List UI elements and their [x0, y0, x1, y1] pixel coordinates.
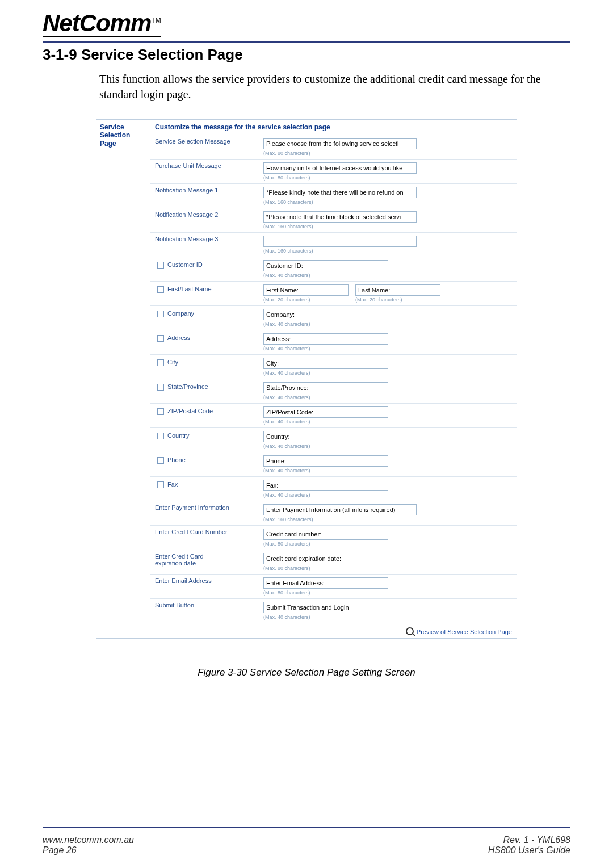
hint-email: (Max. 80 characters) — [263, 590, 512, 596]
label-notification-1: Notification Message 1 — [150, 184, 259, 208]
checkbox-zip[interactable] — [157, 408, 164, 415]
input-notification-1[interactable] — [263, 187, 417, 198]
input-fax[interactable] — [263, 480, 388, 491]
input-customer-id[interactable] — [263, 260, 388, 271]
section-title: 3-1-9 Service Selection Page — [43, 46, 570, 64]
hint-fax: (Max. 40 characters) — [263, 492, 512, 498]
input-notification-3[interactable] — [263, 236, 417, 247]
input-cc-number[interactable] — [263, 529, 388, 540]
row-notification-3: Notification Message 3 (Max. 160 charact… — [150, 233, 517, 257]
input-first-name[interactable] — [263, 284, 349, 296]
label-email: Enter Email Address — [150, 575, 259, 599]
label-customer-id: Customer ID — [167, 261, 203, 268]
input-enter-payment-info[interactable] — [263, 504, 417, 515]
input-state[interactable] — [263, 382, 388, 393]
label-city: City — [167, 359, 178, 366]
label-cc-exp-l1: Enter Credit Card — [155, 553, 204, 560]
page-footer: www.netcomm.com.au Page 26 Rev. 1 - YML6… — [43, 835, 570, 856]
trademark: TM — [151, 16, 161, 24]
input-purchase-unit-message[interactable] — [263, 162, 417, 174]
hint-state: (Max. 40 characters) — [263, 395, 512, 400]
row-city: City (Max. 40 characters) — [150, 355, 517, 379]
hint-zip: (Max. 40 characters) — [263, 419, 512, 425]
hint-phone: (Max. 40 characters) — [263, 468, 512, 473]
row-customer-id: Customer ID (Max. 40 characters) — [150, 257, 517, 282]
checkbox-company[interactable] — [157, 311, 164, 317]
footer-url: www.netcomm.com.au — [43, 835, 134, 845]
row-service-selection-message: Service Selection Message (Max. 80 chara… — [150, 135, 517, 160]
checkbox-customer-id[interactable] — [157, 262, 164, 269]
hint-company: (Max. 40 characters) — [263, 321, 512, 327]
panel-left-title-l1: Service — [100, 123, 124, 131]
hint-submit-button: (Max. 40 characters) — [263, 614, 512, 620]
hint-last-name: (Max. 20 characters) — [355, 297, 440, 303]
panel-left-title: Service Selection Page — [100, 123, 146, 148]
hint-purchase-unit-message: (Max. 80 characters) — [263, 175, 512, 181]
settings-table: Service Selection Message (Max. 80 chara… — [150, 135, 517, 638]
hint-notification-2: (Max. 160 characters) — [263, 224, 512, 229]
brand-logo: NetCommTM — [43, 11, 161, 37]
hint-service-selection-message: (Max. 80 characters) — [263, 150, 512, 156]
row-cc-number: Enter Credit Card Number (Max. 80 charac… — [150, 526, 517, 550]
intro-paragraph: This function allows the service provide… — [99, 72, 570, 102]
footer-guide: HS800 User's Guide — [488, 845, 570, 856]
input-email[interactable] — [263, 577, 388, 589]
hint-cc-exp: (Max. 80 characters) — [263, 565, 512, 571]
panel-header: Customize the message for the service se… — [150, 120, 517, 135]
checkbox-country[interactable] — [157, 433, 164, 439]
panel-left-column: Service Selection Page — [96, 120, 150, 638]
label-fax: Fax — [167, 481, 178, 488]
checkbox-city[interactable] — [157, 359, 164, 366]
header-logo-row: NetCommTM — [43, 11, 570, 37]
panel-right-column: Customize the message for the service se… — [150, 120, 517, 638]
row-purchase-unit-message: Purchase Unit Message (Max. 80 character… — [150, 160, 517, 184]
label-zip: ZIP/Postal Code — [167, 408, 213, 414]
panel-left-title-l2: Selection Page — [100, 131, 130, 147]
row-state: State/Province (Max. 40 characters) — [150, 379, 517, 404]
hint-country: (Max. 40 characters) — [263, 443, 512, 449]
input-service-selection-message[interactable] — [263, 138, 417, 149]
hint-notification-3: (Max. 160 characters) — [263, 248, 512, 254]
row-address: Address (Max. 40 characters) — [150, 330, 517, 355]
checkbox-fax[interactable] — [157, 481, 164, 488]
label-service-selection-message: Service Selection Message — [150, 135, 259, 160]
input-phone[interactable] — [263, 455, 388, 467]
label-address: Address — [167, 334, 190, 341]
checkbox-phone[interactable] — [157, 457, 164, 464]
hint-customer-id: (Max. 40 characters) — [263, 272, 512, 278]
label-state: State/Province — [167, 383, 208, 390]
figure-caption: Figure 3-30 Service Selection Page Setti… — [43, 667, 570, 678]
label-company: Company — [167, 310, 194, 317]
row-company: Company (Max. 40 characters) — [150, 306, 517, 330]
row-fax: Fax (Max. 40 characters) — [150, 477, 517, 501]
input-address[interactable] — [263, 333, 388, 345]
row-country: Country (Max. 40 characters) — [150, 428, 517, 452]
checkbox-state[interactable] — [157, 384, 164, 391]
input-notification-2[interactable] — [263, 211, 417, 223]
hint-city: (Max. 40 characters) — [263, 370, 512, 376]
footer-divider — [43, 827, 570, 828]
checkbox-first-last-name[interactable] — [157, 286, 164, 293]
row-submit-button: Submit Button (Max. 40 characters) — [150, 599, 517, 623]
label-enter-payment-info: Enter Payment Information — [150, 501, 259, 526]
input-submit-button[interactable] — [263, 602, 388, 613]
input-city[interactable] — [263, 358, 388, 369]
label-cc-exp: Enter Credit Card expiration date — [150, 550, 259, 575]
input-last-name[interactable] — [355, 284, 440, 296]
label-cc-number: Enter Credit Card Number — [150, 526, 259, 550]
hint-enter-payment-info: (Max. 160 characters) — [263, 517, 512, 522]
input-country[interactable] — [263, 431, 388, 442]
input-zip[interactable] — [263, 406, 388, 418]
row-notification-1: Notification Message 1 (Max. 160 charact… — [150, 184, 517, 208]
row-zip: ZIP/Postal Code (Max. 40 characters) — [150, 404, 517, 428]
preview-link[interactable]: Preview of Service Selection Page — [417, 628, 512, 635]
input-company[interactable] — [263, 309, 388, 320]
footer-page: Page 26 — [43, 845, 134, 856]
row-enter-payment-info: Enter Payment Information (Max. 160 char… — [150, 501, 517, 526]
input-cc-exp[interactable] — [263, 553, 388, 564]
row-first-last-name: First/Last Name (Max. 20 characters) (Ma… — [150, 282, 517, 306]
magnifier-icon — [406, 627, 414, 635]
checkbox-address[interactable] — [157, 335, 164, 342]
hint-cc-number: (Max. 80 characters) — [263, 541, 512, 547]
row-cc-exp: Enter Credit Card expiration date (Max. … — [150, 550, 517, 575]
